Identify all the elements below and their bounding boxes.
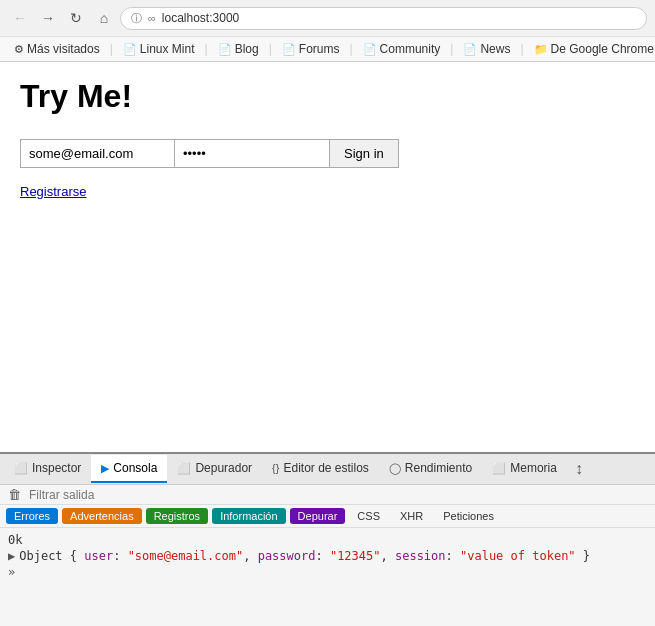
inspector-icon: ⬜ [14, 462, 28, 475]
depurador-icon: ⬜ [177, 462, 191, 475]
page-icon: 📄 [282, 43, 296, 56]
console-line-3: » [8, 564, 647, 580]
filter-bar: 🗑 [0, 485, 655, 505]
filter-informacion[interactable]: Información [212, 508, 285, 524]
bookmark-news[interactable]: 📄 News [457, 40, 516, 58]
page-icon: 📄 [363, 43, 377, 56]
tab-memoria[interactable]: ⬜ Memoria [482, 455, 567, 483]
object-val-session: "value of token" [460, 549, 576, 563]
filter-errores[interactable]: Errores [6, 508, 58, 524]
page-icon: 📄 [463, 43, 477, 56]
page-title: Try Me! [20, 78, 635, 115]
consola-icon: ▶ [101, 462, 109, 475]
tab-depurador-label: Depurador [195, 461, 252, 475]
object-key-session: session [395, 549, 446, 563]
devtools-panel: ⬜ Inspector ▶ Consola ⬜ Depurador {} Edi… [0, 452, 655, 626]
filter-advertencias[interactable]: Advertencias [62, 508, 142, 524]
page-icon: 📄 [218, 43, 232, 56]
url-text: localhost:3000 [162, 11, 239, 25]
console-line-2: ▶ Object { user: "some@email.com", passw… [8, 548, 647, 564]
filter-xhr[interactable]: XHR [392, 508, 431, 524]
bookmark-de-google-chrome[interactable]: 📁 De Google Chrome [528, 40, 655, 58]
tab-rendimiento[interactable]: ◯ Rendimiento [379, 455, 482, 483]
bookmark-mas-visitados[interactable]: ⚙ Más visitados [8, 40, 106, 58]
email-input[interactable] [20, 139, 175, 168]
object-keyword: Object { [19, 549, 84, 563]
console-content: 0k ▶ Object { user: "some@email.com", pa… [0, 528, 655, 626]
separator-4: | [347, 42, 354, 56]
rendimiento-icon: ◯ [389, 462, 401, 475]
signin-button[interactable]: Sign in [330, 139, 399, 168]
filter-peticiones[interactable]: Peticiones [435, 508, 502, 524]
bookmark-linux-mint[interactable]: 📄 Linux Mint [117, 40, 201, 58]
console-line-1: 0k [8, 532, 647, 548]
object-key-password: password [258, 549, 316, 563]
tab-consola-label: Consola [113, 461, 157, 475]
console-object-text: Object { user: "some@email.com", passwor… [19, 549, 590, 563]
tab-inspector[interactable]: ⬜ Inspector [4, 455, 91, 483]
object-val-user: "some@email.com" [128, 549, 244, 563]
bookmark-label: Community [380, 42, 441, 56]
browser-chrome: ← → ↻ ⌂ ⓘ ∞ localhost:3000 ⚙ Más visitad… [0, 0, 655, 62]
info-icon: ⓘ [131, 11, 142, 26]
bookmark-forums[interactable]: 📄 Forums [276, 40, 346, 58]
devtools-tabs: ⬜ Inspector ▶ Consola ⬜ Depurador {} Edi… [0, 454, 655, 485]
tab-editor-estilos[interactable]: {} Editor de estilos [262, 455, 379, 483]
bookmark-label: News [480, 42, 510, 56]
bookmark-community[interactable]: 📄 Community [357, 40, 447, 58]
filter-registros[interactable]: Registros [146, 508, 208, 524]
page-content: Try Me! Sign in Registrarse [0, 62, 655, 452]
separator-6: | [518, 42, 525, 56]
login-form: Sign in [20, 139, 635, 168]
filter-input[interactable] [29, 488, 647, 502]
folder-icon: 📁 [534, 43, 548, 56]
bookmark-label: De Google Chrome [551, 42, 654, 56]
bookmark-label: Linux Mint [140, 42, 195, 56]
bookmarks-bar: ⚙ Más visitados | 📄 Linux Mint | 📄 Blog … [0, 36, 655, 61]
separator-3: | [267, 42, 274, 56]
refresh-button[interactable]: ↻ [64, 6, 88, 30]
tab-depurador[interactable]: ⬜ Depurador [167, 455, 262, 483]
tab-rendimiento-label: Rendimiento [405, 461, 472, 475]
console-filter-tabs: Errores Advertencias Registros Informaci… [0, 505, 655, 528]
separator-2: | [203, 42, 210, 56]
editor-icon: {} [272, 462, 279, 474]
tab-editor-label: Editor de estilos [283, 461, 368, 475]
address-infinity: ∞ [148, 12, 156, 24]
object-val-password: "12345" [330, 549, 381, 563]
register-link[interactable]: Registrarse [20, 184, 86, 199]
filter-depurar[interactable]: Depurar [290, 508, 346, 524]
address-bar[interactable]: ⓘ ∞ localhost:3000 [120, 7, 647, 30]
filter-css[interactable]: CSS [349, 508, 388, 524]
tab-inspector-label: Inspector [32, 461, 81, 475]
bookmark-blog[interactable]: 📄 Blog [212, 40, 265, 58]
tab-memoria-label: Memoria [510, 461, 557, 475]
back-button[interactable]: ← [8, 6, 32, 30]
separator-5: | [448, 42, 455, 56]
bookmark-label: Blog [235, 42, 259, 56]
gear-icon: ⚙ [14, 43, 24, 56]
expand-object-arrow[interactable]: ▶ [8, 549, 15, 563]
page-icon: 📄 [123, 43, 137, 56]
bookmark-label: Forums [299, 42, 340, 56]
clear-console-icon[interactable]: 🗑 [8, 487, 21, 502]
object-key-user: user [84, 549, 113, 563]
home-button[interactable]: ⌂ [92, 6, 116, 30]
bookmark-label: Más visitados [27, 42, 100, 56]
console-ok-text: 0k [8, 533, 22, 547]
forward-button[interactable]: → [36, 6, 60, 30]
password-input[interactable] [175, 139, 330, 168]
chevron-right-icon: » [8, 565, 15, 579]
nav-bar: ← → ↻ ⌂ ⓘ ∞ localhost:3000 [0, 0, 655, 36]
tab-consola[interactable]: ▶ Consola [91, 455, 167, 483]
separator-1: | [108, 42, 115, 56]
memoria-icon: ⬜ [492, 462, 506, 475]
more-tabs-button[interactable]: ↕ [567, 454, 591, 484]
